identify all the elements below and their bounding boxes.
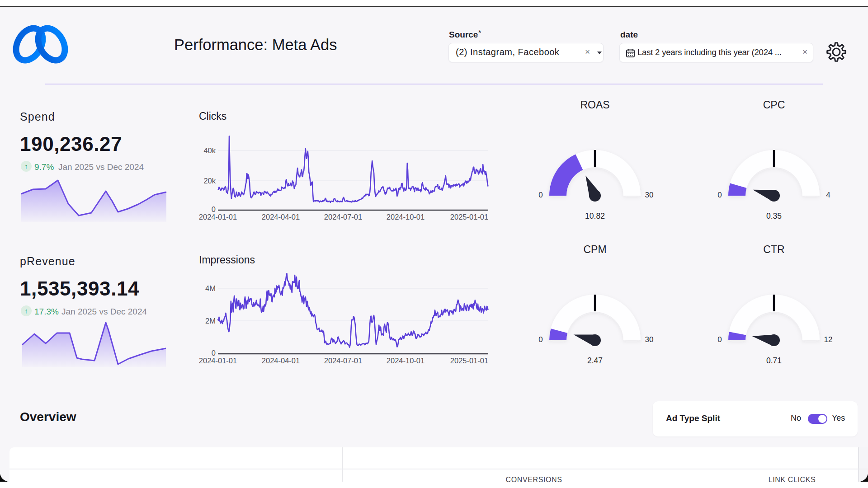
svg-text:2024-04-01: 2024-04-01 <box>262 213 300 221</box>
svg-text:20k: 20k <box>203 177 216 185</box>
svg-text:2024-10-01: 2024-10-01 <box>387 357 425 365</box>
svg-text:40k: 40k <box>203 146 216 155</box>
svg-text:0: 0 <box>212 205 216 213</box>
svg-text:2024-07-01: 2024-07-01 <box>324 357 362 365</box>
svg-text:2024-01-01: 2024-01-01 <box>199 213 237 221</box>
svg-text:2M: 2M <box>205 317 216 325</box>
svg-text:2024-10-01: 2024-10-01 <box>387 213 425 221</box>
svg-text:2024-01-01: 2024-01-01 <box>199 357 237 365</box>
svg-text:2025-01-01: 2025-01-01 <box>450 213 488 221</box>
svg-text:2025-01-01: 2025-01-01 <box>450 357 488 365</box>
svg-text:0: 0 <box>212 349 216 357</box>
svg-text:2024-07-01: 2024-07-01 <box>324 213 362 221</box>
svg-text:2024-04-01: 2024-04-01 <box>262 357 300 365</box>
svg-text:4M: 4M <box>205 284 216 292</box>
